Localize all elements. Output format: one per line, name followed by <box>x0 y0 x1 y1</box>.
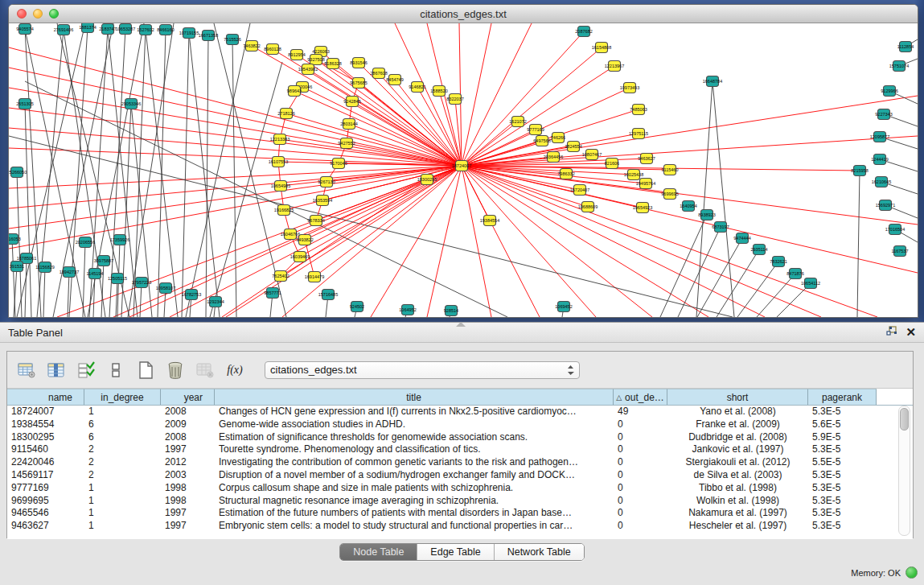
graph-node[interactable]: 13942737 <box>60 267 79 278</box>
table-row[interactable]: 1830029562008Estimation of significance … <box>7 431 913 444</box>
table-cell[interactable]: Estimation of significance thresholds fo… <box>215 431 614 444</box>
graph-node[interactable]: 9857771 <box>264 288 281 299</box>
tab-node-table[interactable]: Node Table <box>340 544 417 560</box>
graph-node[interactable]: 924502 <box>350 302 364 312</box>
table-cell[interactable]: 1 <box>84 507 161 520</box>
graph-node[interactable]: 391531 <box>10 262 24 272</box>
graph-node[interactable]: 20206556 <box>76 237 95 248</box>
graph-node[interactable]: 10807467 <box>582 150 602 160</box>
close-window-button[interactable] <box>17 9 27 19</box>
graph-node[interactable]: 7485063 <box>630 105 647 115</box>
table-cell[interactable]: 0 <box>614 431 667 444</box>
table-cell[interactable]: 49 <box>614 406 667 418</box>
table-cell[interactable]: Tibbo et al. (1998) <box>667 482 808 495</box>
graph-node[interactable]: 746266 <box>551 133 565 143</box>
graph-node[interactable]: 3824554 <box>565 142 581 152</box>
graph-node[interactable]: 1588520 <box>430 86 447 97</box>
graph-node[interactable]: 16782753 <box>182 290 201 300</box>
table-cell[interactable]: 5.3E-5 <box>808 520 877 533</box>
table-cell[interactable]: Franke et al. (2009) <box>667 418 808 431</box>
table-cell[interactable]: 0 <box>614 469 667 482</box>
column-header-title[interactable]: title <box>215 389 614 405</box>
graph-edge[interactable] <box>25 258 27 317</box>
graph-node[interactable]: 7986332 <box>557 169 574 179</box>
graph-node[interactable]: 8471876 <box>786 269 803 279</box>
graph-edge[interactable] <box>9 166 462 188</box>
graph-node[interactable]: 6497568 <box>533 136 550 146</box>
table-cell[interactable]: 5.9E-5 <box>808 431 877 444</box>
window-titlebar[interactable]: citations_edges.txt <box>9 5 918 23</box>
graph-node[interactable]: 1064952 <box>399 305 416 315</box>
graph-edge[interactable] <box>121 104 131 317</box>
table-row[interactable]: 1872400712008Changes of HCN gene express… <box>7 406 913 418</box>
minimize-window-button[interactable] <box>33 9 43 19</box>
zoom-window-button[interactable] <box>49 9 59 19</box>
graph-node[interactable]: 1881374 <box>79 23 96 33</box>
table-cell[interactable]: 2008 <box>161 431 215 444</box>
table-cell[interactable]: Yano et al. (2008) <box>667 406 808 418</box>
table-cell[interactable]: 9463627 <box>7 520 84 533</box>
table-row[interactable]: 946554611997Estimation of the future num… <box>7 507 913 520</box>
graph-edge[interactable] <box>186 23 250 317</box>
graph-node[interactable]: 8215958 <box>851 166 868 176</box>
graph-node[interactable]: 16720407 <box>570 185 589 196</box>
graph-node[interactable]: 16914479 <box>305 272 324 282</box>
graph-node[interactable]: 7625402 <box>272 271 289 282</box>
column-header-pagerank[interactable]: pagerank <box>808 389 877 405</box>
graph-node[interactable]: 10653287 <box>116 24 135 35</box>
graph-node[interactable]: 16648784 <box>703 76 722 87</box>
graph-edge[interactable] <box>857 171 860 317</box>
graph-node[interactable]: 9170046 <box>330 159 347 169</box>
graph-node[interactable]: 2935114 <box>750 245 767 255</box>
table-row[interactable]: 1938455462009Genome-wide association stu… <box>7 418 913 431</box>
graph-node[interactable]: 989643 <box>287 86 302 97</box>
table-cell[interactable]: 6 <box>84 431 161 444</box>
graph-node[interactable]: 9327508 <box>307 55 324 65</box>
graph-edge[interactable] <box>68 272 69 317</box>
graph-node[interactable]: 27691406 <box>54 25 73 35</box>
graph-edge[interactable] <box>43 267 45 317</box>
table-selector-dropdown[interactable]: citations_edges.txt <box>265 361 580 379</box>
table-cell[interactable]: 1997 <box>161 443 215 456</box>
graph-node[interactable]: 7515526 <box>224 35 240 45</box>
table-cell[interactable]: 1997 <box>161 507 215 520</box>
graph-edge[interactable] <box>462 166 918 225</box>
graph-node[interactable]: 8931546 <box>350 58 367 68</box>
table-cell[interactable]: 5.3E-5 <box>808 443 877 456</box>
table-cell[interactable]: 1 <box>84 482 161 495</box>
table-cell[interactable]: 0 <box>614 456 667 469</box>
graph-edge[interactable] <box>395 80 462 166</box>
graph-node[interactable]: 8938923 <box>698 210 715 220</box>
graph-edge[interactable] <box>232 39 236 317</box>
table-cell[interactable]: 2 <box>84 443 161 456</box>
graph-edge[interactable] <box>101 261 104 317</box>
column-header-out_de[interactable]: △out_de… <box>614 389 667 405</box>
delete-rows-icon[interactable] <box>164 358 187 382</box>
table-cell[interactable]: Structural magnetic resonance image aver… <box>215 495 614 508</box>
table-cell[interactable]: 1998 <box>161 495 215 508</box>
table-cell[interactable]: de Silva et al. (2003) <box>667 469 808 482</box>
graph-node[interactable]: 9699695 <box>661 189 678 200</box>
graph-node[interactable]: 9463627 <box>638 154 655 164</box>
graph-node[interactable]: 8454749 <box>386 75 403 85</box>
create-table-icon[interactable] <box>134 358 157 382</box>
table-cell[interactable]: 0 <box>614 482 667 495</box>
table-row[interactable]: 911546021997Tourette syndrome. Phenomeno… <box>7 443 913 456</box>
graph-node[interactable]: 2183747 <box>99 24 116 35</box>
graph-node[interactable]: 2087682 <box>575 27 592 37</box>
graph-node[interactable]: 7463822 <box>243 41 260 51</box>
graph-node[interactable]: 9146821 <box>409 82 425 93</box>
table-cell[interactable]: 1 <box>84 406 161 418</box>
graph-edge[interactable] <box>170 166 462 317</box>
graph-node[interactable]: 1069452 <box>555 302 572 312</box>
graph-node[interactable]: 19654923 <box>633 203 652 213</box>
graph-node[interactable]: 2651305 <box>16 99 33 109</box>
table-row[interactable]: 977716911998Corpus callosum shape and si… <box>7 482 913 495</box>
graph-edge[interactable] <box>737 262 778 317</box>
table-cell[interactable]: 14569117 <box>7 469 84 482</box>
graph-node[interactable]: 9227343 <box>875 109 892 120</box>
select-rows-icon[interactable] <box>75 358 97 382</box>
float-panel-icon[interactable] <box>886 325 897 340</box>
graph-edge[interactable] <box>116 278 117 317</box>
table-cell[interactable]: 5.3E-5 <box>808 482 877 495</box>
